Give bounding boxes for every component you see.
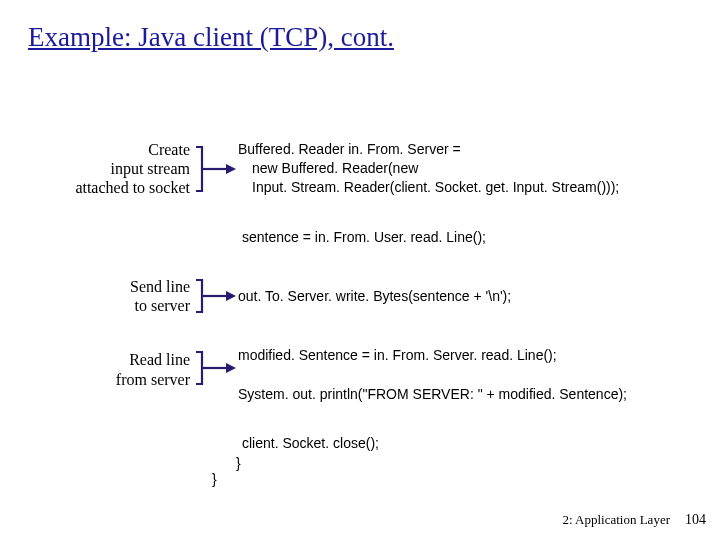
code-line: new Buffered. Reader(new — [238, 159, 619, 178]
code-close-socket: client. Socket. close(); — [0, 434, 720, 453]
code-create-stream: Buffered. Reader in. From. Server = new … — [238, 140, 619, 197]
arrow-icon — [190, 276, 238, 316]
code-line: Buffered. Reader in. From. Server = — [238, 140, 619, 159]
code-closing-braces: } } — [212, 455, 241, 487]
arrow-icon — [190, 346, 238, 388]
code-sentence-read: sentence = in. From. User. read. Line(); — [0, 228, 720, 247]
code-line: Input. Stream. Reader(client. Socket. ge… — [238, 178, 619, 197]
label-create-stream: Create input stream attached to socket — [0, 140, 190, 198]
svg-marker-3 — [226, 291, 236, 301]
svg-marker-1 — [226, 164, 236, 174]
label-read-line: Read line from server — [0, 346, 190, 388]
closing-brace: } — [212, 471, 241, 487]
code-send-line: out. To. Server. write. Bytes(sentence +… — [238, 287, 511, 306]
section-send-line: Send line to server out. To. Server. wri… — [0, 276, 720, 316]
section-read-line: Read line from server modified. Sentence… — [0, 346, 720, 404]
footer-page-number: 104 — [685, 512, 706, 528]
svg-marker-5 — [226, 363, 236, 373]
section-create-stream: Create input stream attached to socket B… — [0, 140, 720, 198]
code-line: System. out. println("FROM SERVER: " + m… — [238, 385, 627, 404]
slide-title: Example: Java client (TCP), cont. — [28, 22, 394, 53]
closing-brace: } — [212, 455, 241, 471]
label-send-line: Send line to server — [0, 277, 190, 315]
slide-content: Create input stream attached to socket B… — [0, 140, 720, 481]
code-line: modified. Sentence = in. From. Server. r… — [238, 346, 627, 365]
code-read-line: modified. Sentence = in. From. Server. r… — [238, 346, 627, 404]
arrow-icon — [190, 143, 238, 195]
footer-chapter: 2: Application Layer — [562, 512, 670, 528]
